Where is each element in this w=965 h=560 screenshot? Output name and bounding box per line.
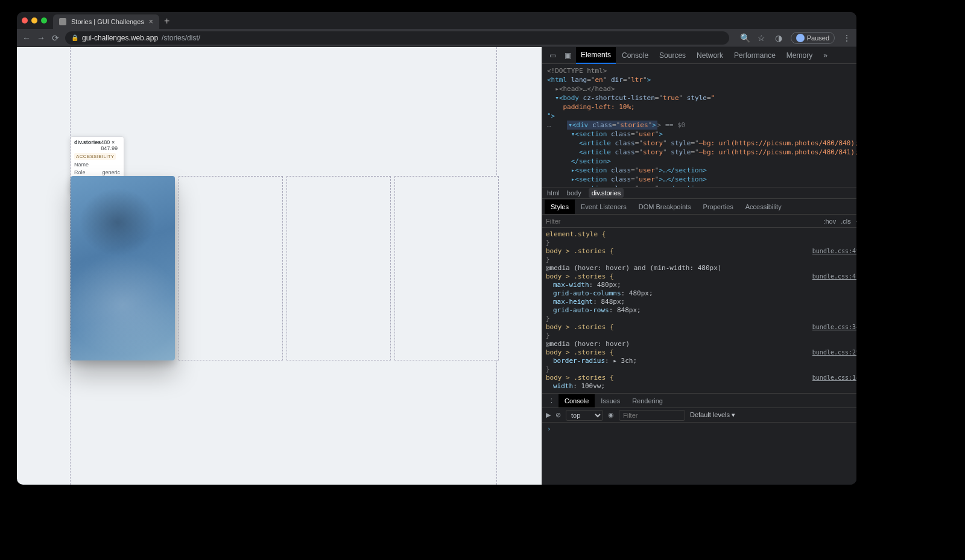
console-sidebar-icon[interactable]: ▶ [546,411,551,419]
search-icon[interactable]: 🔍 [740,33,750,43]
tabs-overflow-icon[interactable]: » [818,48,832,63]
drawer-tab-console[interactable]: Console [558,394,595,407]
source-link[interactable]: bundle.css:34 [812,323,856,332]
subtab-event-listeners[interactable]: Event Listeners [575,200,633,214]
reload-icon[interactable]: ⟳ [51,33,60,43]
paused-label: Paused [807,34,829,42]
devtools-tabs: ▭ ▣ Elements Console Sources Network Per… [542,47,856,64]
minimize-window-icon[interactable] [31,17,37,24]
console-body[interactable]: › [542,423,856,485]
tab-title: Stories | GUI Challenges [71,18,144,25]
source-link[interactable]: bundle.css:29 [812,348,856,357]
shield-icon[interactable]: ◑ [774,33,783,43]
browser-tab[interactable]: Stories | GUI Challenges × [53,14,159,29]
fullscreen-window-icon[interactable] [41,17,47,24]
toolbar-actions: 🔍 ☆ ◑ Paused ⋮ [740,32,852,44]
tab-network[interactable]: Network [692,48,728,63]
story-card-active[interactable] [71,176,175,360]
breadcrumb: html body div.stories [542,187,856,199]
tab-strip: Stories | GUI Challenges × + [17,12,856,29]
favicon-icon [59,18,66,25]
content-split: div.stories 480 × 847.99 ACCESSIBILITY N… [17,47,856,485]
close-tab-icon[interactable]: × [149,17,153,26]
tab-performance[interactable]: Performance [729,48,780,63]
url-path: /stories/dist/ [162,34,200,42]
styles-filter-input[interactable] [546,218,818,225]
styles-filter-bar: :hov .cls + [542,215,856,228]
console-prompt: › [547,425,551,433]
drawer-tab-issues[interactable]: Issues [595,394,626,407]
lock-icon: 🔒 [71,34,78,41]
tab-console[interactable]: Console [617,48,653,63]
avatar [796,34,805,42]
browser-menu-icon[interactable]: ⋮ [842,33,852,43]
cls-toggle[interactable]: .cls [841,218,851,225]
new-tab-button[interactable]: + [164,16,169,27]
source-link[interactable]: bundle.css:41 [812,272,856,281]
elements-tree[interactable]: <!DOCTYPE html> <html lang="en" dir="ltr… [542,64,856,187]
story-card[interactable] [394,176,499,360]
crumb-html[interactable]: html [547,189,560,197]
url-host: gui-challenges.web.app [82,34,158,42]
crumb-selected[interactable]: div.stories [589,188,624,198]
star-icon[interactable]: ☆ [757,33,767,43]
back-icon[interactable]: ← [22,33,31,43]
browser-window: Stories | GUI Challenges × + ← → ⟳ 🔒 gui… [17,12,856,485]
drawer-menu-icon[interactable]: ⋮ [545,397,558,404]
story-card[interactable] [286,176,391,360]
page-viewport: div.stories 480 × 847.99 ACCESSIBILITY N… [17,47,542,485]
drawer-tabs: ⋮ Console Issues Rendering ✕ [542,394,856,408]
window-controls [22,17,47,24]
console-drawer: ⋮ Console Issues Rendering ✕ ▶ ⊘ top ◉ D… [542,394,856,485]
story-card[interactable] [179,176,283,360]
profile-pill[interactable]: Paused [791,32,835,44]
drawer-tab-rendering[interactable]: Rendering [626,394,669,407]
subtab-styles[interactable]: Styles [545,200,575,214]
styles-tabs: Styles Event Listeners DOM Breakpoints P… [542,199,856,215]
inspect-element-icon[interactable]: ▭ [546,51,560,60]
subtab-properties[interactable]: Properties [697,200,739,214]
devtools-panel: ▭ ▣ Elements Console Sources Network Per… [542,47,856,485]
tab-memory[interactable]: Memory [782,48,817,63]
crumb-body[interactable]: body [567,189,581,197]
close-window-icon[interactable] [22,17,28,24]
source-link[interactable]: bundle.css:49 [812,247,856,256]
console-toolbar: ▶ ⊘ top ◉ Default levels ▾ ⚙ [542,408,856,423]
subtab-accessibility[interactable]: Accessibility [739,200,788,214]
console-filter-input[interactable] [619,410,685,421]
toolbar: ← → ⟳ 🔒 gui-challenges.web.app/stories/d… [17,29,856,47]
stories-container[interactable] [70,47,497,485]
eye-icon[interactable]: ◉ [608,411,614,419]
hov-toggle[interactable]: :hov [823,218,836,225]
address-bar[interactable]: 🔒 gui-challenges.web.app/stories/dist/ [65,31,729,45]
tab-sources[interactable]: Sources [654,48,691,63]
forward-icon[interactable]: → [36,33,46,43]
subtab-dom-breakpoints[interactable]: DOM Breakpoints [633,200,697,214]
context-select[interactable]: top [566,410,603,421]
clear-console-icon[interactable]: ⊘ [555,411,561,419]
new-rule-button[interactable]: + [856,218,856,225]
log-levels-select[interactable]: Default levels ▾ [690,411,735,419]
styles-pane[interactable]: :hov .cls + element.style { } body > .st… [542,215,856,393]
device-toolbar-icon[interactable]: ▣ [561,51,575,60]
stories-row [71,176,499,363]
source-link[interactable]: bundle.css:14 [812,374,856,382]
tab-elements[interactable]: Elements [576,47,616,64]
